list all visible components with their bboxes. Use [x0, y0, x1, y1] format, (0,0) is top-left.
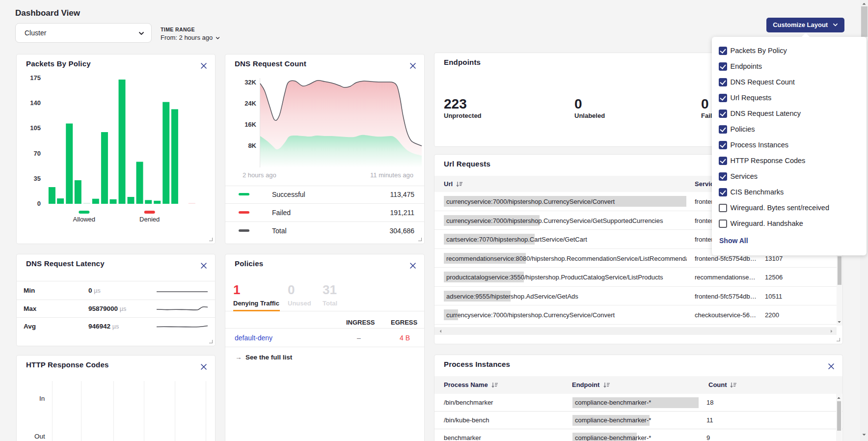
svg-text:Allowed: Allowed: [73, 216, 96, 223]
svg-text:175: 175: [30, 74, 41, 82]
svg-text:105: 105: [30, 124, 41, 132]
svg-text:8K: 8K: [248, 142, 256, 149]
svg-text:16K: 16K: [244, 121, 256, 128]
svg-text:70: 70: [34, 150, 41, 157]
svg-text:35: 35: [34, 175, 41, 182]
svg-text:24K: 24K: [244, 100, 256, 107]
svg-text:0: 0: [37, 200, 41, 207]
svg-text:Denied: Denied: [139, 216, 160, 223]
svg-text:140: 140: [30, 99, 41, 107]
svg-text:32K: 32K: [244, 79, 256, 86]
